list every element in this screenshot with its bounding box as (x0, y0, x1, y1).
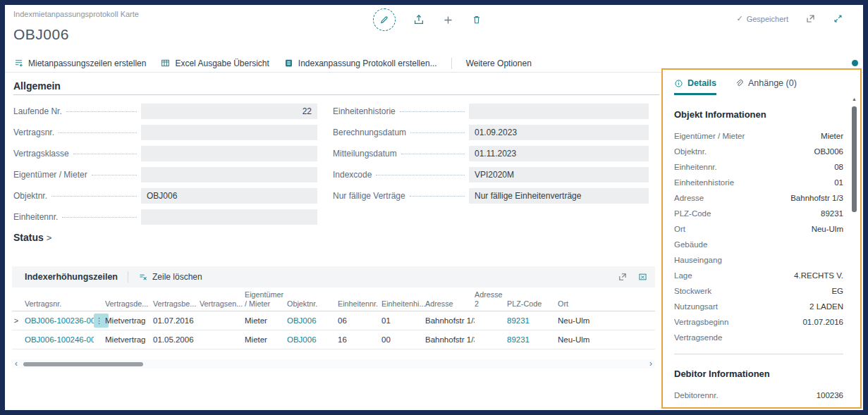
nur-faellige-vertraege-field[interactable]: Nur fällige Einheitenverträge (469, 188, 649, 204)
col-adresse[interactable]: Adresse (425, 299, 475, 308)
col-eigentuemer-mieter[interactable]: Eigentümer / Mieter (245, 290, 287, 308)
indexcode-field[interactable]: VPI2020M (469, 167, 649, 182)
dotted-leader (73, 153, 137, 154)
col-einheitennr[interactable]: Einheitennr. (338, 299, 381, 308)
laufende-nr-field[interactable]: 22 (141, 104, 317, 119)
cell-adresse[interactable]: Bahnhofstr 1/3 (425, 335, 475, 344)
cell-einheitennr[interactable]: 16 (338, 335, 381, 344)
delete-line-icon (138, 272, 148, 282)
col-einheitenhi[interactable]: Einheitenhi... (381, 299, 425, 308)
col-plz-code[interactable]: PLZ-Code (507, 299, 558, 308)
scroll-left-icon[interactable]: ‹ (12, 359, 20, 368)
eigentuemer-mieter-field[interactable] (141, 167, 317, 182)
create-rent-adjustment-lines-button[interactable]: Mietanpassungszeilen erstellen (13, 58, 146, 68)
cell-vertragsbeginn[interactable]: 01.05.2006 (153, 335, 200, 344)
cell-einheitenhistorie[interactable]: 00 (381, 335, 425, 344)
cell-ort[interactable]: Neu-Ulm (558, 316, 603, 325)
scroll-up-icon[interactable]: ▲ (851, 97, 857, 101)
table-row[interactable]: OBJ006-100246-001 Mietvertrag 01.05.2006… (12, 330, 655, 349)
vertical-scrollbar-thumb[interactable] (852, 106, 857, 212)
horizontal-scrollbar-track[interactable] (20, 361, 647, 367)
panel-label: Lage (674, 271, 692, 280)
mitteilungsdatum-field[interactable]: 01.11.2023 (469, 146, 649, 161)
delete-line-button[interactable]: Zeile löschen (138, 272, 202, 282)
horizontal-scrollbar[interactable]: ‹ › (12, 359, 655, 368)
create-lines-icon (13, 58, 24, 68)
open-in-new-icon[interactable] (618, 272, 628, 282)
cell-ort[interactable]: Neu-Ulm (558, 335, 603, 344)
create-index-adjustment-protocol-button[interactable]: Indexanpassung Protokoll erstellen... (283, 58, 437, 68)
cell-objektnr[interactable]: OBJ006 (287, 316, 338, 325)
panel-label: Eigentümer / Mieter (674, 132, 745, 140)
more-options-button[interactable]: Weitere Optionen (466, 58, 532, 68)
cell-vertragsnr-link[interactable]: OBJ006-100236-001 (25, 316, 94, 325)
expand-icon[interactable] (833, 13, 843, 24)
panel-value: OBJ006 (814, 147, 843, 156)
page-title: OBJ006 (13, 26, 69, 43)
panel-label: Einheitenhistorie (674, 178, 734, 187)
delete-trash-icon[interactable] (471, 14, 482, 25)
debitorenname-link[interactable]: Feinkost Schmack KG (763, 407, 843, 409)
vertragsnr-field[interactable] (141, 125, 317, 140)
objektnr-field[interactable]: OBJ006 (141, 188, 317, 204)
einheitennr-field[interactable] (141, 209, 317, 225)
excel-output-overview-button[interactable]: Excel Ausgabe Übersicht (160, 58, 269, 68)
col-vertragsnr[interactable]: Vertragsnr. (25, 299, 94, 308)
section-status-heading[interactable]: Status > (13, 232, 51, 243)
col-ort[interactable]: Ort (558, 299, 603, 308)
dotted-leader (376, 174, 465, 175)
panel-label: Ort (674, 225, 685, 233)
popout-icon[interactable] (805, 13, 816, 24)
indexcode-label: Indexcode (333, 170, 372, 180)
col-vertragsbe[interactable]: Vertragsbe... (153, 299, 200, 308)
scroll-right-icon[interactable]: › (647, 359, 655, 368)
cell-einheitenhistorie[interactable]: 01 (381, 316, 425, 325)
berechnungsdatum-field[interactable]: 01.09.2023 (469, 125, 649, 140)
tab-details[interactable]: Details (674, 78, 716, 95)
cell-einheitennr[interactable]: 06 (338, 316, 381, 325)
vertragsklasse-field[interactable] (141, 146, 317, 161)
cell-vertragsart[interactable]: Mietvertrag (105, 335, 153, 344)
open-in-excel-icon[interactable] (637, 272, 648, 282)
share-icon[interactable] (412, 13, 425, 26)
panel-value: 2 LADEN (809, 302, 843, 311)
horizontal-scrollbar-thumb[interactable] (23, 362, 143, 366)
cell-adresse[interactable]: Bahnhofstr 1/3 (425, 316, 475, 325)
cell-objektnr[interactable]: OBJ006 (287, 335, 338, 344)
panel-value: 100236 (817, 391, 843, 399)
general-fields-left: Laufende Nr. 22 Vertragsnr. Vertragsklas… (13, 103, 317, 230)
grid-column-headers: Vertragsnr. Vertragsde... Vertragsbe... … (12, 287, 655, 311)
cell-eigentuemer-mieter[interactable]: Mieter (245, 335, 287, 344)
col-objektnr[interactable]: Objektnr. (287, 299, 338, 308)
dotted-leader (401, 153, 465, 154)
business-central-page: Indexmietanpassungsprotokoll Karte ✓ Ges… (5, 5, 863, 410)
table-icon (160, 58, 171, 68)
col-vertragsde[interactable]: Vertragsde... (105, 299, 153, 308)
dotted-leader (410, 195, 465, 197)
section-allgemein-heading[interactable]: Allgemein (13, 80, 61, 92)
cell-plz-code[interactable]: 89231 (507, 335, 558, 344)
col-adresse2[interactable]: Adresse 2 (475, 290, 507, 308)
index-increase-lines-card: Indexerhöhungszeilen Zeile löschen Vertr… (12, 266, 655, 368)
vertical-scrollbar[interactable]: ▲ (851, 97, 857, 402)
dotted-leader (62, 216, 137, 218)
debitor-informationen-rows: Debitorennr.100236 DebitorennameFeinkost… (674, 388, 843, 409)
new-plus-icon[interactable] (442, 14, 454, 26)
objekt-informationen-rows: Eigentümer / MieterMieter Objektnr.OBJ00… (674, 128, 843, 345)
tab-anhaenge[interactable]: Anhänge (0) (735, 78, 797, 93)
cell-plz-code[interactable]: 89231 (507, 316, 558, 325)
table-row[interactable]: > OBJ006-100236-001 ⋮ Mietvertrag 01.07.… (12, 311, 655, 330)
section-divider (13, 94, 659, 95)
cell-vertragsart[interactable]: Mietvertrag (105, 316, 153, 325)
einheitenhistorie-field[interactable] (469, 104, 649, 119)
panel-label: Stockwerk (674, 287, 711, 295)
panel-value: Neu-Ulm (812, 225, 843, 233)
cell-vertragsbeginn[interactable]: 01.07.2016 (153, 316, 200, 325)
col-vertragsen[interactable]: Vertragsen... (200, 299, 245, 308)
cell-eigentuemer-mieter[interactable]: Mieter (245, 316, 287, 325)
breadcrumb[interactable]: Indexmietanpassungsprotokoll Karte (13, 10, 139, 18)
dotted-leader (51, 195, 137, 197)
cell-vertragsnr-link[interactable]: OBJ006-100246-001 (25, 335, 94, 344)
factbox-tabs: Details Anhänge (0) (674, 78, 843, 95)
edit-icon[interactable] (373, 8, 396, 31)
